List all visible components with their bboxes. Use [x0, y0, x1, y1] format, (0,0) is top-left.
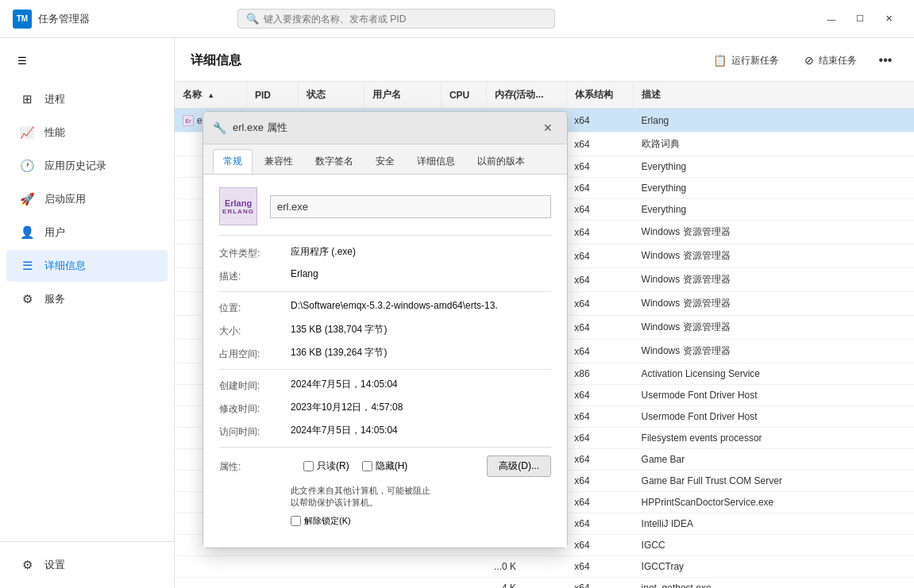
processes-icon: ⊞: [19, 91, 35, 107]
filename-input[interactable]: [270, 195, 551, 218]
col-arch[interactable]: 体系结构: [566, 82, 633, 109]
services-icon: ⚙: [19, 291, 35, 307]
dialog-body: Erlang ERLANG 文件类型: 应用程序 (.exe) 描述: Erla…: [203, 175, 567, 548]
col-pid[interactable]: PID: [246, 82, 298, 109]
sidebar-item-settings[interactable]: ⚙ 设置: [6, 549, 168, 581]
table-row[interactable]: ...0 Kx64IGCCTray: [175, 556, 914, 578]
sidebar-item-label: 启动应用: [44, 192, 86, 206]
end-task-button[interactable]: ⊘ 结束任务: [795, 49, 866, 72]
sidebar-item-label: 详细信息: [44, 259, 86, 273]
security-text: 此文件来自其他计算机，可能被阻止 以帮助保护该计算机。: [291, 485, 551, 509]
file-type-value: 应用程序 (.exe): [291, 245, 551, 259]
modified-value: 2023年10月12日，4:57:08: [291, 401, 551, 414]
size-value: 135 KB (138,704 字节): [291, 323, 551, 336]
close-button[interactable]: ✕: [876, 6, 901, 32]
users-icon: 👤: [19, 225, 35, 240]
tab-prevver[interactable]: 以前的版本: [467, 149, 535, 174]
dialog-logo-row: Erlang ERLANG: [219, 187, 551, 236]
title-bar: TM 任务管理器 🔍 — ☐ ✕: [0, 0, 914, 38]
location-row: 位置: D:\Software\emqx-5.3.2-windows-amd64…: [219, 300, 551, 315]
tab-compat[interactable]: 兼容性: [254, 149, 303, 174]
page-title: 详细信息: [191, 52, 241, 69]
details-icon: ☰: [19, 258, 35, 274]
app-title: 任务管理器: [38, 12, 90, 26]
erlang-logo: Erlang ERLANG: [219, 187, 257, 225]
settings-icon: ⚙: [19, 557, 35, 573]
detail-header-top: 详细信息 📋 运行新任务 ⊘ 结束任务 •••: [191, 48, 898, 81]
desc-value: Erlang: [291, 268, 551, 279]
created-row: 创建时间: 2024年7月5日，14:05:04: [219, 378, 551, 393]
col-cpu[interactable]: CPU: [441, 82, 486, 109]
app-history-icon: 🕐: [19, 158, 35, 174]
sidebar-item-label: 服务: [44, 292, 65, 306]
dialog-icon: 🔧: [213, 121, 226, 134]
security-row: 属性: 此文件来自其他计算机，可能被阻止 以帮助保护该计算机。 解除锁定(K): [219, 485, 551, 527]
sidebar-item-label: 用户: [44, 225, 65, 240]
performance-icon: 📈: [19, 125, 35, 140]
unlock-checkbox-label[interactable]: 解除锁定(K): [291, 515, 551, 527]
search-icon: 🔍: [246, 13, 259, 25]
tab-general[interactable]: 常规: [213, 149, 253, 174]
search-bar[interactable]: 🔍: [237, 9, 555, 29]
col-username[interactable]: 用户名: [364, 82, 442, 109]
sidebar-item-processes[interactable]: ⊞ 进程: [6, 83, 168, 115]
tab-security[interactable]: 安全: [365, 149, 405, 174]
sidebar-item-label: 性能: [44, 125, 65, 140]
unlock-checkbox[interactable]: [291, 516, 301, 526]
hidden-checkbox-label[interactable]: 隐藏(H): [362, 459, 408, 473]
file-type-row: 文件类型: 应用程序 (.exe): [219, 245, 551, 260]
col-name[interactable]: 名称 ▲: [175, 82, 246, 109]
header-actions: 📋 运行新任务 ⊘ 结束任务 •••: [704, 48, 898, 73]
sidebar-item-users[interactable]: 👤 用户: [6, 217, 168, 248]
disk-size-label: 占用空间:: [219, 346, 291, 361]
sidebar-nav: ⊞ 进程 📈 性能 🕐 应用历史记录 🚀 启动应用 👤 用户 ☰ 详细信息: [0, 79, 174, 541]
col-status[interactable]: 状态: [299, 82, 364, 109]
size-row: 大小: 135 KB (138,704 字节): [219, 323, 551, 338]
advanced-button[interactable]: 高级(D)...: [487, 455, 551, 477]
table-header: 名称 ▲ PID 状态 用户名 CPU 内存(活动... 体系结构 描述: [175, 82, 914, 109]
sidebar-item-startup[interactable]: 🚀 启动应用: [6, 183, 168, 215]
created-label: 创建时间:: [219, 378, 291, 393]
dialog-tabs: 常规 兼容性 数字签名 安全 详细信息 以前的版本: [203, 144, 567, 175]
sidebar: ☰ ⊞ 进程 📈 性能 🕐 应用历史记录 🚀 启动应用 👤 用户: [0, 38, 175, 588]
sidebar-item-label: 进程: [44, 92, 65, 106]
minimize-button[interactable]: —: [819, 6, 844, 32]
sidebar-item-app-history[interactable]: 🕐 应用历史记录: [6, 150, 168, 182]
tab-details[interactable]: 详细信息: [407, 149, 465, 174]
sidebar-item-performance[interactable]: 📈 性能: [6, 117, 168, 148]
sidebar-item-services[interactable]: ⚙ 服务: [6, 283, 168, 315]
window-controls: — ☐ ✕: [819, 6, 901, 32]
location-value: D:\Software\emqx-5.3.2-windows-amd64\ert…: [291, 300, 551, 311]
sidebar-item-label: 应用历史记录: [44, 159, 106, 173]
search-input[interactable]: [264, 13, 546, 25]
readonly-checkbox[interactable]: [303, 461, 314, 471]
dialog-close-button[interactable]: ✕: [538, 118, 557, 137]
modified-row: 修改时间: 2023年10月12日，4:57:08: [219, 401, 551, 416]
col-desc[interactable]: 描述: [634, 82, 914, 109]
maximize-button[interactable]: ☐: [847, 6, 873, 32]
detail-header: 详细信息 📋 运行新任务 ⊘ 结束任务 •••: [175, 38, 914, 82]
run-task-icon: 📋: [713, 54, 727, 67]
accessed-label: 访问时间:: [219, 424, 291, 439]
col-memory[interactable]: 内存(活动...: [486, 82, 566, 109]
table-row[interactable]: ...4 Kx64inet_gethost.exe: [175, 578, 914, 589]
sidebar-item-label: 设置: [44, 558, 65, 572]
desc-label: 描述:: [219, 268, 291, 283]
properties-dialog: 🔧 erl.exe 属性 ✕ 常规 兼容性 数字签名 安全 详细信息 以前的版本…: [202, 111, 568, 548]
hidden-checkbox[interactable]: [362, 461, 372, 471]
run-task-button[interactable]: 📋 运行新任务: [704, 49, 789, 72]
disk-size-row: 占用空间: 136 KB (139,264 字节): [219, 346, 551, 361]
dialog-title: 🔧 erl.exe 属性: [213, 121, 287, 135]
sidebar-menu-button[interactable]: ☰: [6, 44, 38, 76]
divider-2: [219, 369, 551, 370]
more-options-button[interactable]: •••: [873, 48, 898, 73]
startup-icon: 🚀: [19, 191, 35, 207]
app-logo: TM 任务管理器: [13, 10, 90, 29]
sidebar-bottom: ⚙ 设置: [0, 541, 174, 588]
end-task-icon: ⊘: [804, 54, 814, 67]
sidebar-item-details[interactable]: ☰ 详细信息: [6, 250, 168, 282]
tab-digsig[interactable]: 数字签名: [305, 149, 364, 174]
created-value: 2024年7月5日，14:05:04: [291, 378, 551, 391]
readonly-checkbox-label[interactable]: 只读(R): [303, 459, 349, 473]
security-content: 此文件来自其他计算机，可能被阻止 以帮助保护该计算机。 解除锁定(K): [291, 485, 551, 527]
